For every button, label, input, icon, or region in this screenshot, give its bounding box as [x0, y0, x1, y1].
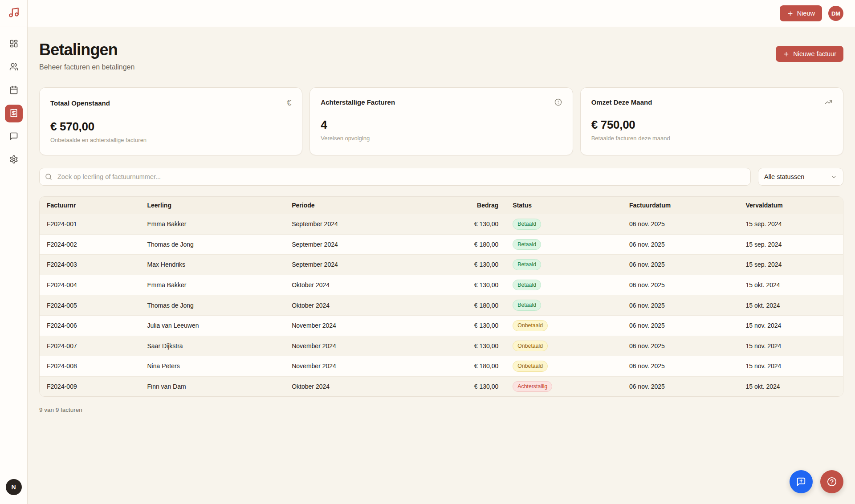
invoice-number-cell: F2024-004 — [40, 275, 140, 295]
new-button-label: Nieuw — [797, 10, 815, 17]
status-badge: Achterstallig — [513, 381, 552, 392]
main-column: Nieuw DM Betalingen Beheer facturen en b… — [28, 0, 855, 504]
stat-card-overdue-invoices: Achterstallige Facturen 4 Vereisen opvol… — [309, 87, 573, 155]
student-cell: Emma Bakker — [140, 275, 285, 295]
stat-value: € 750,00 — [591, 118, 832, 132]
amount-cell: € 180,00 — [445, 234, 505, 255]
help-button[interactable] — [820, 470, 843, 493]
euro-icon: € — [287, 98, 291, 108]
sidebar-item-dashboard[interactable] — [5, 35, 23, 53]
new-button[interactable]: Nieuw — [780, 5, 822, 21]
column-header-periode: Periode — [285, 197, 445, 214]
status-filter-dropdown[interactable]: Alle statussen — [758, 168, 843, 186]
invoice-number-cell: F2024-007 — [40, 336, 140, 356]
invoice-date-cell: 06 nov. 2025 — [622, 214, 739, 235]
invoice-number-cell: F2024-005 — [40, 295, 140, 316]
invoice-date-cell: 06 nov. 2025 — [622, 295, 739, 316]
period-cell: November 2024 — [285, 336, 445, 356]
app-logo[interactable] — [0, 0, 27, 27]
period-cell: Oktober 2024 — [285, 295, 445, 316]
amount-cell: € 130,00 — [445, 336, 505, 356]
plus-icon — [783, 51, 790, 57]
status-badge: Onbetaald — [513, 341, 548, 352]
due-date-cell: 15 sep. 2024 — [738, 214, 843, 235]
invoice-number-cell: F2024-009 — [40, 376, 140, 396]
table-row[interactable]: F2024-004 Emma Bakker Oktober 2024 € 130… — [40, 275, 843, 295]
amount-cell: € 180,00 — [445, 356, 505, 377]
table-row[interactable]: F2024-001 Emma Bakker September 2024 € 1… — [40, 214, 843, 235]
status-filter-value: Alle statussen — [764, 173, 804, 180]
floating-buttons — [790, 470, 843, 493]
status-cell: Betaald — [505, 275, 622, 295]
message-plus-icon — [796, 477, 806, 487]
calendar-icon — [9, 85, 18, 96]
table-row[interactable]: F2024-009 Finn van Dam Oktober 2024 € 13… — [40, 376, 843, 396]
table-row[interactable]: F2024-006 Julia van Leeuwen November 202… — [40, 315, 843, 336]
due-date-cell: 15 okt. 2024 — [738, 295, 843, 316]
status-badge: Betaald — [513, 300, 541, 311]
period-cell: September 2024 — [285, 214, 445, 235]
status-cell: Betaald — [505, 255, 622, 275]
sidebar-item-payments[interactable] — [5, 105, 23, 122]
avatar[interactable]: DM — [828, 6, 843, 21]
due-date-cell: 15 nov. 2024 — [738, 336, 843, 356]
column-header-bedrag: Bedrag — [445, 197, 505, 214]
due-date-cell: 15 nov. 2024 — [738, 315, 843, 336]
status-badge: Onbetaald — [513, 361, 548, 372]
new-invoice-button[interactable]: Nieuwe factuur — [776, 46, 843, 62]
table-row[interactable]: F2024-003 Max Hendriks September 2024 € … — [40, 255, 843, 275]
invoice-date-cell: 06 nov. 2025 — [622, 336, 739, 356]
table-row[interactable]: F2024-002 Thomas de Jong September 2024 … — [40, 234, 843, 255]
column-header-factuurnr: Factuurnr — [40, 197, 140, 214]
stat-card-total-outstanding: Totaal Openstaand € € 570,00 Onbetaalde … — [39, 87, 302, 155]
trending-up-icon — [825, 98, 832, 106]
student-cell: Thomas de Jong — [140, 295, 285, 316]
due-date-cell: 15 nov. 2024 — [738, 356, 843, 377]
sidebar: N — [0, 0, 28, 504]
status-badge: Onbetaald — [513, 320, 548, 331]
invoice-table-body: F2024-001 Emma Bakker September 2024 € 1… — [40, 214, 843, 397]
topbar: Nieuw DM — [28, 0, 855, 27]
student-cell: Emma Bakker — [140, 214, 285, 235]
due-date-cell: 15 sep. 2024 — [738, 255, 843, 275]
sidebar-user-avatar[interactable]: N — [6, 479, 22, 495]
status-badge: Betaald — [513, 239, 541, 250]
status-badge: Betaald — [513, 280, 541, 291]
period-cell: November 2024 — [285, 315, 445, 336]
stat-subtitle: Onbetaalde en achterstallige facturen — [50, 137, 291, 143]
sidebar-item-settings[interactable] — [5, 151, 23, 169]
sidebar-nav — [5, 35, 23, 169]
table-row[interactable]: F2024-007 Saar Dijkstra November 2024 € … — [40, 336, 843, 356]
period-cell: September 2024 — [285, 255, 445, 275]
filter-row: Alle statussen — [39, 168, 843, 186]
table-row[interactable]: F2024-008 Nina Peters November 2024 € 18… — [40, 356, 843, 377]
search-input[interactable] — [39, 168, 751, 186]
student-cell: Max Hendriks — [140, 255, 285, 275]
alert-circle-icon — [554, 98, 562, 106]
column-header-status: Status — [505, 197, 622, 214]
amount-cell: € 130,00 — [445, 376, 505, 396]
status-badge: Betaald — [513, 259, 541, 270]
status-cell: Onbetaald — [505, 356, 622, 377]
sidebar-item-agenda[interactable] — [5, 81, 23, 99]
column-header-factuurdatum: Factuurdatum — [622, 197, 739, 214]
sidebar-item-messages[interactable] — [5, 128, 23, 146]
plus-icon — [787, 10, 794, 17]
stat-subtitle: Betaalde facturen deze maand — [591, 135, 832, 142]
table-row[interactable]: F2024-005 Thomas de Jong Oktober 2024 € … — [40, 295, 843, 316]
amount-cell: € 130,00 — [445, 255, 505, 275]
invoice-number-cell: F2024-001 — [40, 214, 140, 235]
feedback-button[interactable] — [790, 470, 813, 493]
page-title-block: Betalingen Beheer facturen en betalingen — [39, 41, 134, 71]
column-header-vervaldatum: Vervaldatum — [738, 197, 843, 214]
chat-bubble-icon — [9, 132, 18, 142]
chevron-down-icon — [831, 174, 837, 180]
period-cell: September 2024 — [285, 234, 445, 255]
due-date-cell: 15 okt. 2024 — [738, 376, 843, 396]
sidebar-item-students[interactable] — [5, 58, 23, 76]
status-cell: Betaald — [505, 295, 622, 316]
due-date-cell: 15 okt. 2024 — [738, 275, 843, 295]
status-cell: Achterstallig — [505, 376, 622, 396]
student-cell: Thomas de Jong — [140, 234, 285, 255]
amount-cell: € 130,00 — [445, 275, 505, 295]
